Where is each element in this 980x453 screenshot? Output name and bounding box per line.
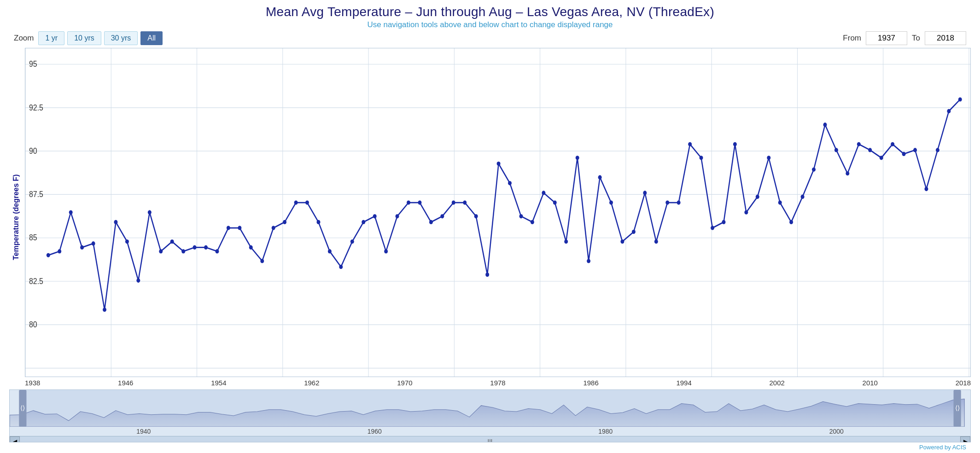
svg-point-93 bbox=[789, 220, 793, 224]
chart-subtitle: Use navigation tools above and below cha… bbox=[9, 20, 971, 29]
svg-point-47 bbox=[272, 226, 275, 230]
svg-point-80 bbox=[643, 191, 647, 195]
x-tick-1970: 1970 bbox=[397, 379, 412, 387]
x-tick-1994: 1994 bbox=[676, 379, 691, 387]
svg-point-68 bbox=[508, 181, 512, 185]
svg-point-97 bbox=[834, 148, 838, 152]
svg-point-62 bbox=[440, 214, 444, 218]
svg-point-50 bbox=[305, 201, 309, 205]
svg-rect-109 bbox=[23, 390, 956, 427]
x-tick-1986: 1986 bbox=[583, 379, 598, 387]
svg-point-59 bbox=[407, 201, 410, 205]
svg-point-70 bbox=[531, 220, 534, 224]
svg-point-34 bbox=[125, 239, 129, 244]
chart-and-xaxis: 95 92.5 90 87.5 85 82.5 80 1938 1946 195… bbox=[25, 48, 971, 387]
x-axis-labels: 1938 1946 1954 1962 1970 1978 1986 1994 … bbox=[25, 377, 971, 387]
svg-point-88 bbox=[733, 142, 737, 146]
x-tick-2010: 2010 bbox=[863, 379, 878, 387]
x-tick-1978: 1978 bbox=[490, 379, 505, 387]
svg-point-86 bbox=[711, 226, 714, 230]
scroll-handle-label: III bbox=[488, 438, 493, 442]
svg-text:87.5: 87.5 bbox=[29, 189, 43, 199]
svg-point-75 bbox=[587, 259, 590, 263]
svg-point-95 bbox=[812, 168, 816, 172]
svg-point-107 bbox=[947, 109, 951, 113]
svg-point-98 bbox=[846, 171, 849, 175]
svg-point-45 bbox=[249, 245, 253, 250]
svg-text:⟨⟩: ⟨⟩ bbox=[955, 404, 960, 412]
svg-point-56 bbox=[373, 214, 377, 218]
svg-point-49 bbox=[294, 201, 298, 205]
chart-plot: 95 92.5 90 87.5 85 82.5 80 bbox=[25, 48, 971, 377]
svg-point-73 bbox=[564, 239, 568, 244]
svg-point-84 bbox=[688, 142, 692, 146]
svg-point-66 bbox=[485, 273, 489, 277]
svg-point-48 bbox=[283, 220, 286, 224]
svg-point-36 bbox=[148, 210, 152, 215]
scroll-right-arrow[interactable]: ▶ bbox=[960, 436, 970, 443]
svg-text:90: 90 bbox=[29, 146, 37, 156]
zoom-label: Zoom bbox=[14, 34, 34, 43]
navigator-scroll: ◀ III ▶ bbox=[10, 436, 970, 442]
svg-point-32 bbox=[103, 308, 106, 312]
svg-point-91 bbox=[767, 156, 770, 160]
svg-point-51 bbox=[317, 220, 321, 224]
svg-point-39 bbox=[181, 249, 185, 253]
svg-point-78 bbox=[620, 239, 624, 244]
scroll-left-arrow[interactable]: ◀ bbox=[10, 436, 20, 443]
navigator-section: ⟨⟩ ⟨⟩ 1940 1960 1980 2000 ◀ III ▶ bbox=[9, 389, 971, 442]
x-tick-2018: 2018 bbox=[956, 379, 971, 387]
nav-label-1980: 1980 bbox=[598, 428, 612, 435]
nav-label-1940: 1940 bbox=[136, 428, 151, 435]
svg-point-57 bbox=[384, 249, 388, 253]
svg-text:80: 80 bbox=[29, 319, 37, 329]
svg-text:⟨⟩: ⟨⟩ bbox=[20, 404, 25, 412]
x-tick-2002: 2002 bbox=[770, 379, 785, 387]
svg-text:95: 95 bbox=[29, 59, 37, 69]
svg-point-90 bbox=[756, 195, 759, 199]
svg-point-82 bbox=[665, 201, 669, 205]
nav-label-1960: 1960 bbox=[368, 428, 382, 435]
zoom-30yr-button[interactable]: 30 yrs bbox=[104, 31, 138, 45]
to-input[interactable] bbox=[925, 31, 966, 45]
zoom-all-button[interactable]: All bbox=[140, 31, 163, 45]
svg-point-69 bbox=[519, 214, 523, 218]
svg-point-55 bbox=[362, 220, 365, 224]
controls-row: Zoom 1 yr 10 yrs 30 yrs All From To bbox=[9, 31, 971, 45]
svg-point-61 bbox=[429, 220, 433, 224]
svg-point-29 bbox=[69, 210, 73, 215]
zoom-10yr-button[interactable]: 10 yrs bbox=[67, 31, 101, 45]
zoom-1yr-button[interactable]: 1 yr bbox=[38, 31, 64, 45]
svg-point-87 bbox=[722, 220, 726, 224]
svg-point-103 bbox=[902, 152, 906, 156]
scroll-track[interactable]: III bbox=[20, 436, 960, 442]
svg-point-94 bbox=[801, 195, 805, 199]
svg-point-96 bbox=[823, 122, 827, 127]
svg-point-77 bbox=[609, 201, 613, 205]
svg-point-52 bbox=[328, 249, 332, 253]
svg-point-104 bbox=[913, 148, 917, 152]
svg-point-41 bbox=[204, 245, 208, 250]
svg-point-42 bbox=[215, 249, 219, 253]
svg-point-67 bbox=[497, 162, 501, 166]
svg-point-65 bbox=[474, 214, 478, 218]
svg-point-40 bbox=[193, 245, 197, 250]
svg-point-74 bbox=[576, 156, 579, 160]
svg-point-28 bbox=[58, 249, 61, 253]
svg-point-54 bbox=[350, 239, 354, 244]
svg-point-33 bbox=[114, 220, 117, 224]
x-tick-1962: 1962 bbox=[304, 379, 319, 387]
svg-point-92 bbox=[778, 201, 782, 205]
svg-text:82.5: 82.5 bbox=[29, 276, 43, 286]
navigator-inner: ⟨⟩ ⟨⟩ bbox=[10, 390, 970, 427]
svg-point-76 bbox=[598, 175, 602, 180]
svg-text:85: 85 bbox=[29, 232, 37, 242]
svg-point-79 bbox=[632, 230, 636, 234]
svg-point-43 bbox=[227, 226, 230, 230]
svg-point-85 bbox=[700, 156, 703, 160]
from-input[interactable] bbox=[866, 31, 907, 45]
svg-point-83 bbox=[677, 201, 681, 205]
svg-point-46 bbox=[260, 259, 264, 263]
from-label: From bbox=[843, 34, 861, 43]
x-tick-1938: 1938 bbox=[25, 379, 40, 387]
